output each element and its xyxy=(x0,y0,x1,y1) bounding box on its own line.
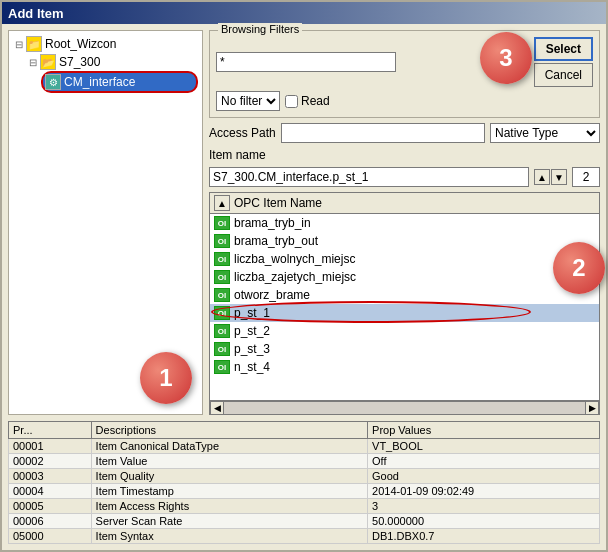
table-cell: 00002 xyxy=(9,454,92,469)
table-cell: Good xyxy=(368,469,600,484)
table-cell: 05000 xyxy=(9,529,92,544)
table-cell: Item Access Rights xyxy=(91,499,367,514)
table-cell: 50.000000 xyxy=(368,514,600,529)
scrollbar-track xyxy=(224,403,585,413)
tree-item-s7[interactable]: ⊟ 📂 S7_300 xyxy=(27,53,198,71)
opc-item-label: p_st_2 xyxy=(234,324,270,338)
opc-list-item[interactable]: OIotworz_brame xyxy=(210,286,599,304)
opc-scrollbar-h[interactable]: ◀ ▶ xyxy=(209,401,600,415)
scroll-right-btn[interactable]: ▶ xyxy=(585,401,599,415)
opc-item-icon: OI xyxy=(214,234,230,248)
count-down-btn[interactable]: ▼ xyxy=(551,169,567,185)
dialog-body: ⊟ 📁 Root_Wizcon ⊟ 📂 S7_300 ⚙ CM_interfac… xyxy=(2,24,606,421)
col-pr: Pr... xyxy=(9,422,92,439)
native-type-select[interactable]: Native Type xyxy=(490,123,600,143)
browsing-filters-section: Browsing Filters Select Cancel No filter xyxy=(209,30,600,118)
opc-item-icon: OI xyxy=(214,252,230,266)
opc-item-label: otworz_brame xyxy=(234,288,310,302)
item-name-input-row: ▲ ▼ xyxy=(209,167,600,187)
tree-panel: ⊟ 📁 Root_Wizcon ⊟ 📂 S7_300 ⚙ CM_interfac… xyxy=(8,30,203,415)
table-row: 00005Item Access Rights3 xyxy=(9,499,600,514)
count-up-btn[interactable]: ▲ xyxy=(534,169,550,185)
tree-s7-label: S7_300 xyxy=(59,55,100,69)
opc-list-item[interactable]: OIp_st_1 xyxy=(210,304,599,322)
opc-item-label: p_st_1 xyxy=(234,306,270,320)
table-cell: Off xyxy=(368,454,600,469)
scroll-left-btn[interactable]: ◀ xyxy=(210,401,224,415)
item-name-row: Item name xyxy=(209,148,600,162)
table-cell: Item Quality xyxy=(91,469,367,484)
table-cell: 00006 xyxy=(9,514,92,529)
item-name-input[interactable] xyxy=(209,167,529,187)
table-cell: Item Canonical DataType xyxy=(91,439,367,454)
opc-list-item[interactable]: OIn_st_4 xyxy=(210,358,599,376)
table-cell: Item Timestamp xyxy=(91,484,367,499)
table-cell: DB1.DBX0.7 xyxy=(368,529,600,544)
col-val: Prop Values xyxy=(368,422,600,439)
opc-item-icon: OI xyxy=(214,216,230,230)
cancel-button[interactable]: Cancel xyxy=(534,63,593,87)
opc-list-item[interactable]: OIbrama_tryb_in xyxy=(210,214,599,232)
tree-root-label: Root_Wizcon xyxy=(45,37,116,51)
opc-item-label: n_st_4 xyxy=(234,360,270,374)
opc-list-item[interactable]: OIliczba_wolnych_miejsc xyxy=(210,250,599,268)
add-item-dialog: Add Item ⊟ 📁 Root_Wizcon ⊟ 📂 S7_300 xyxy=(0,0,608,552)
opc-item-label: p_st_3 xyxy=(234,342,270,356)
opc-header: ▲ OPC Item Name xyxy=(209,192,600,213)
folder-icon-s7: 📂 xyxy=(40,54,56,70)
filter-section-label: Browsing Filters xyxy=(218,23,302,35)
count-input[interactable] xyxy=(572,167,600,187)
read-checkbox-row: Read xyxy=(285,94,330,108)
table-cell: 00003 xyxy=(9,469,92,484)
access-path-input[interactable] xyxy=(281,123,485,143)
badge-1: 1 xyxy=(140,352,192,404)
table-cell: VT_BOOL xyxy=(368,439,600,454)
table-cell: 3 xyxy=(368,499,600,514)
opc-item-label: liczba_wolnych_miejsc xyxy=(234,252,355,266)
table-row: 00004Item Timestamp2014-01-09 09:02:49 xyxy=(9,484,600,499)
badge-3: 3 xyxy=(480,32,532,84)
filter-input[interactable] xyxy=(216,52,396,72)
opc-list-item[interactable]: OIp_st_2 xyxy=(210,322,599,340)
table-cell: 2014-01-09 09:02:49 xyxy=(368,484,600,499)
right-panel: Browsing Filters Select Cancel No filter xyxy=(209,30,600,415)
table-cell: 00005 xyxy=(9,499,92,514)
filter-row: Select Cancel xyxy=(216,37,593,87)
opc-item-label: brama_tryb_out xyxy=(234,234,318,248)
opc-header-label: OPC Item Name xyxy=(234,196,322,210)
opc-list-item[interactable]: OIp_st_3 xyxy=(210,340,599,358)
table-cell: Item Value xyxy=(91,454,367,469)
opc-scroll-up[interactable]: ▲ xyxy=(214,195,230,211)
opc-item-icon: OI xyxy=(214,306,230,320)
access-path-label: Access Path xyxy=(209,126,276,140)
title-bar: Add Item xyxy=(2,2,606,24)
opc-section: ▲ OPC Item Name OIbrama_tryb_inOIbrama_t… xyxy=(209,192,600,415)
filter-dropdown[interactable]: No filter xyxy=(216,91,280,111)
select-button[interactable]: Select xyxy=(534,37,593,61)
table-cell: 00004 xyxy=(9,484,92,499)
tree-cm-label: CM_interface xyxy=(64,75,135,89)
opc-item-label: liczba_zajetych_miejsc xyxy=(234,270,356,284)
table-cell: 00001 xyxy=(9,439,92,454)
col-desc: Descriptions xyxy=(91,422,367,439)
tree-item-cm[interactable]: ⚙ CM_interface xyxy=(41,71,198,93)
tree-item-root[interactable]: ⊟ 📁 Root_Wizcon xyxy=(13,35,198,53)
properties-table: Pr... Descriptions Prop Values 00001Item… xyxy=(8,421,600,544)
opc-item-label: brama_tryb_in xyxy=(234,216,311,230)
opc-item-icon: OI xyxy=(214,288,230,302)
table-row: 00002Item ValueOff xyxy=(9,454,600,469)
table-cell: Item Syntax xyxy=(91,529,367,544)
read-checkbox[interactable] xyxy=(285,95,298,108)
opc-item-icon: OI xyxy=(214,342,230,356)
opc-item-icon: OI xyxy=(214,324,230,338)
dialog-title: Add Item xyxy=(8,6,64,21)
table-header-row: Pr... Descriptions Prop Values xyxy=(9,422,600,439)
opc-item-icon: OI xyxy=(214,270,230,284)
opc-list[interactable]: OIbrama_tryb_inOIbrama_tryb_outOIliczba_… xyxy=(209,213,600,401)
filter-row2: No filter Read xyxy=(216,91,593,111)
folder-icon: 📁 xyxy=(26,36,42,52)
table-row: 00001Item Canonical DataTypeVT_BOOL xyxy=(9,439,600,454)
opc-list-item[interactable]: OIbrama_tryb_out xyxy=(210,232,599,250)
properties-section: Pr... Descriptions Prop Values 00001Item… xyxy=(2,421,606,550)
opc-list-item[interactable]: OIliczba_zajetych_miejsc xyxy=(210,268,599,286)
